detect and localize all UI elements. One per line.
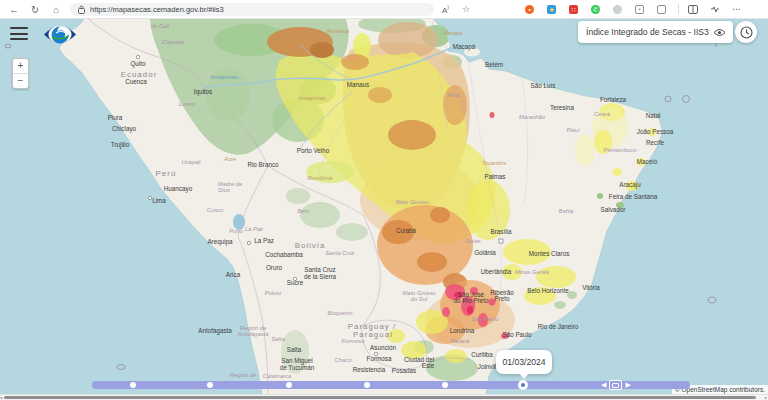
map-label: Curitiba — [471, 351, 493, 358]
scroll-left-icon[interactable]: ◂ — [0, 395, 2, 400]
clock-icon — [740, 26, 753, 39]
map-label: Roraima — [327, 28, 350, 34]
map-label: Porto Velho — [297, 147, 330, 154]
map-label: Amazonas — [209, 74, 237, 80]
map-label: Bolivia — [295, 241, 326, 250]
map-label: Arica — [226, 271, 241, 278]
visibility-eye-icon[interactable] — [713, 28, 726, 37]
extension-translate-icon[interactable]: ★ — [547, 5, 556, 14]
map-label: Puno — [229, 228, 243, 234]
map-label: Salvador — [601, 206, 626, 213]
map-label: Ceará — [594, 111, 611, 117]
scroll-right-icon[interactable]: ▸ — [765, 395, 767, 400]
menu-button[interactable] — [10, 27, 28, 44]
map-label: do Rio Preto — [453, 297, 488, 304]
history-clock-button[interactable] — [735, 21, 757, 43]
map-label: Minas Gerais — [515, 269, 549, 275]
map-label: Goiânia — [474, 249, 496, 256]
map-label: São Paulo — [502, 331, 532, 338]
map-label: São Luís — [531, 82, 556, 89]
map-label: Belém — [485, 61, 503, 68]
map-label: Londrina — [450, 327, 475, 334]
map-label: Loreto — [179, 101, 196, 107]
map-label: Boquerón — [327, 310, 352, 316]
chevron-down-icon[interactable]: ∨ — [714, 41, 718, 48]
lock-icon — [78, 5, 85, 14]
map-label: Recife — [646, 139, 664, 146]
split-screen-icon[interactable] — [688, 5, 698, 14]
zoom-out-button[interactable]: − — [13, 74, 28, 88]
horizontal-scrollbar[interactable]: ◂ ▸ — [0, 394, 768, 400]
timeline-slider[interactable]: ◀ ▶ — [92, 381, 690, 389]
map-label: Fortaleza — [600, 96, 627, 103]
url-text: https://mapasecas.cemaden.gov.br/#iis3 — [90, 5, 224, 14]
refresh-icon[interactable]: ↻ — [28, 1, 42, 18]
map-label: de Cali — [151, 23, 170, 29]
browser-essentials-icon[interactable] — [710, 5, 720, 14]
map-label: Chaco — [335, 357, 353, 363]
extension-whatsapp-icon[interactable]: ✆ — [591, 5, 600, 14]
map-label: Macapá — [453, 43, 476, 51]
read-aloud-icon[interactable]: A) — [442, 4, 449, 15]
extension-record-icon[interactable]: • — [635, 5, 644, 14]
timeline-dot[interactable] — [130, 382, 136, 388]
timeline-selected-dot[interactable] — [518, 380, 528, 390]
more-options-icon[interactable]: ⋯ — [732, 4, 742, 14]
favorite-star-icon[interactable]: ☆ — [462, 4, 470, 14]
cemaden-logo[interactable] — [42, 21, 78, 52]
map-label: La Paz — [254, 237, 274, 244]
map-label: Santa Cruz — [304, 266, 336, 273]
drought-map[interactable]: de CaliCaquetáLoretoUcayaliMadre deDiosC… — [0, 0, 768, 400]
timeline-dot[interactable] — [364, 382, 370, 388]
back-icon[interactable]: ← — [7, 1, 21, 18]
map-label: Cochabamba — [265, 251, 303, 258]
map-label: Rio Branco — [247, 161, 279, 168]
map-label: Resistencia — [353, 366, 386, 373]
timeline-dot[interactable] — [207, 382, 213, 388]
timeline-dot[interactable] — [286, 382, 292, 388]
map-label: Dios — [218, 187, 230, 193]
map-label: Pernambuco — [604, 147, 638, 153]
map-label: Brasília — [491, 228, 512, 235]
map-label: Asunción — [370, 344, 396, 351]
address-bar[interactable]: https://mapasecas.cemaden.gov.br/#iis3 — [70, 3, 434, 16]
map-label: Vitória — [582, 284, 600, 291]
map-label: Maceió — [637, 158, 658, 165]
extension-pin-icon[interactable]: • — [525, 5, 534, 14]
map-label: Beni — [297, 208, 309, 214]
extension-grid-icon[interactable]: ∷ — [569, 5, 578, 14]
map-label: Salta — [287, 346, 302, 353]
browser-toolbar: ← ↻ ⌂ https://mapasecas.cemaden.gov.br/#… — [0, 0, 768, 19]
zoom-in-button[interactable]: + — [13, 59, 28, 74]
extension-disabled-icon[interactable] — [613, 5, 622, 14]
map-label: Preto — [494, 295, 510, 302]
map-label: Rondônia — [308, 175, 334, 181]
map-label: Huancayo — [164, 185, 193, 193]
map-zoom-control: + − — [12, 58, 29, 89]
map-label: São Paulo — [472, 316, 500, 322]
timeline-calendar-button[interactable] — [609, 380, 622, 390]
map-label: Salta — [271, 336, 285, 342]
timeline-next-button[interactable]: ▶ — [625, 379, 630, 391]
map-label: Tocantins — [482, 160, 507, 166]
extension-globe-icon[interactable] — [657, 5, 666, 14]
map-label: Piura — [108, 114, 123, 121]
map-label: Feira de Santana — [609, 193, 658, 200]
timeline-prev-button[interactable]: ◀ — [601, 379, 606, 391]
map-label: João Pessoa — [637, 128, 674, 135]
scrollbar-thumb[interactable] — [4, 396, 756, 399]
home-icon[interactable]: ⌂ — [49, 1, 63, 18]
map-label: Formosa — [367, 355, 392, 362]
map-label: Cuiabá — [396, 227, 416, 234]
map-label: Natal — [646, 112, 661, 119]
timeline-dot[interactable] — [442, 382, 448, 388]
layer-title-box[interactable]: Índice Integrado de Secas - IIS3 — [578, 21, 733, 43]
map-label: Paraguai — [353, 330, 393, 339]
map-label: Quito — [130, 60, 146, 68]
menu-bar — [10, 33, 28, 35]
extensions-group: •★∷✆• — [512, 5, 666, 14]
map-label: La Paz — [245, 226, 263, 232]
map-label: Paraná — [451, 338, 470, 344]
map-label: Goiás — [465, 238, 480, 244]
map-label: Perú — [156, 169, 177, 178]
